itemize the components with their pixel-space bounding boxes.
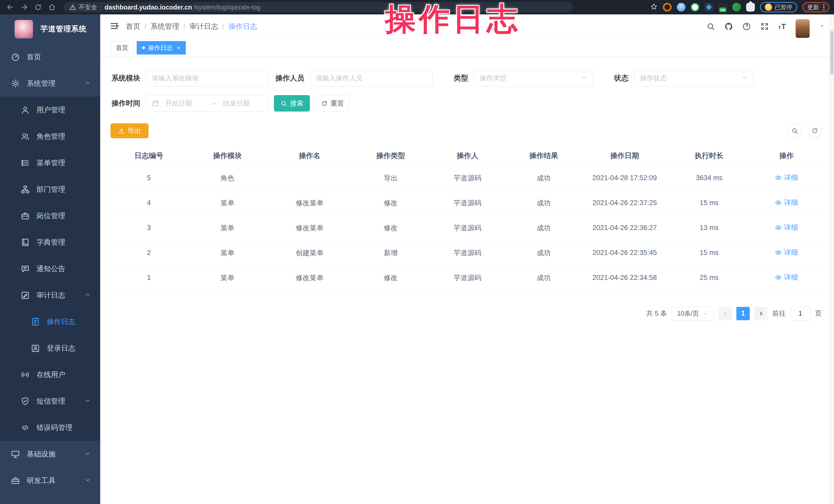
sidebar-item-notice-announcement[interactable]: 通知公告 [0,256,100,282]
breadcrumb-audit-log[interactable]: 审计日志 [190,22,218,31]
tab-operate-log[interactable]: 操作日志 × [137,41,186,54]
browser-home-icon[interactable] [46,2,58,13]
header-actions: тT [706,15,825,38]
type-select[interactable]: 操作类型 [474,70,593,86]
current-page-button[interactable]: 1 [737,307,750,320]
app-logo [15,20,33,39]
dashboard-icon [11,52,20,62]
reset-button[interactable]: 重置 [315,95,349,112]
badge-icon [21,211,30,220]
chevron-down-icon [702,311,708,316]
chevron-up-icon [84,80,91,87]
dark-extension-icon[interactable]: on [718,3,727,12]
orange-ring-extension-icon[interactable] [663,3,672,12]
dictionary-icon [21,238,30,247]
type-label: 类型 [452,73,468,83]
help-icon[interactable] [742,22,751,31]
breadcrumb-system[interactable]: 系统管理 [151,22,179,31]
detail-link[interactable]: 详细 [775,248,798,257]
prev-page-button[interactable] [718,307,732,320]
browser-back-icon[interactable] [5,2,16,13]
caret-down-icon[interactable] [819,23,825,30]
sidebar-item-system-management[interactable]: 系统管理 [0,70,100,96]
collapse-sidebar-icon[interactable] [109,21,119,32]
blue-pin-extension-icon[interactable] [677,3,685,12]
fullscreen-icon[interactable] [760,22,769,31]
tags-view: 首页 操作日志 × [100,39,834,57]
detail-link[interactable]: 详细 [775,273,798,282]
chevron-up-icon [84,291,91,299]
export-button[interactable]: 导出 [110,123,149,138]
date-range-input[interactable]: 开始日期 - 结束日期 [146,95,269,112]
page-header: 首页 / 系统管理 / 审计日志 / 操作日志 [100,15,834,39]
sidebar-item-dev-tools[interactable]: 研发工具 [0,467,100,494]
browser-menu-icon[interactable] [823,4,825,10]
scrollbar-thumb[interactable] [830,31,833,74]
sidebar-item-home[interactable]: 首页 [0,44,100,70]
page-scrollbar[interactable] [829,15,834,504]
sidebar-item-operate-log[interactable]: 操作日志 [0,308,100,335]
puzzle-extensions-icon[interactable] [746,3,755,12]
start-date-placeholder: 开始日期 [165,99,206,108]
sidebar-item-error-code-management[interactable]: 错误码管理 [0,414,100,441]
breadcrumb-home[interactable]: 首页 [126,22,140,31]
search-icon[interactable] [706,22,715,31]
github-icon[interactable] [724,22,733,31]
page-size-value: 10条/页 [677,309,699,318]
sidebar-item-online-users[interactable]: 在线用户 [0,361,100,388]
detail-link[interactable]: 详细 [775,223,798,232]
browser-update-button[interactable]: 更新 [803,2,829,12]
detail-link-label: 详细 [784,223,798,232]
sidebar-item-menu-management[interactable]: 菜单管理 [0,150,100,176]
detail-link[interactable]: 详细 [775,198,798,207]
sidebar-item-dict-management[interactable]: 字典管理 [0,229,100,256]
sidebar-item-audit-log[interactable]: 审计日志 [0,282,100,308]
sidebar-item-label: 部门管理 [37,184,65,194]
site-security[interactable]: 不安全 [69,3,97,11]
table-column-header: 操作结果 [505,146,582,166]
browser-forward-icon[interactable] [19,2,30,13]
active-tab-dot [142,46,145,49]
cell-date: 2021-04-26 22:36:27 [583,215,667,240]
sidebar-item-infrastructure[interactable]: 基础设施 [0,441,100,467]
sidebar-item-role-management[interactable]: 角色管理 [0,123,100,150]
sidebar-item-dept-management[interactable]: 部门管理 [0,176,100,202]
eye-icon [775,174,782,181]
operate-log-page: 系统模块 操作人员 类型 操作类型 状态 操作状态 [100,57,834,504]
font-size-icon[interactable]: тT [778,22,786,31]
sidebar-item-sms-management[interactable]: 短信管理 [0,388,100,414]
toggle-search-icon[interactable] [788,124,802,138]
sidebar-item-label: 研发工具 [27,476,56,485]
browser-toolbar: 不安全 dashboard.yudao.iocoder.cn /system/l… [0,0,834,15]
table-column-header: 操作模块 [187,146,268,166]
module-label: 系统模块 [110,73,140,83]
goto-page-input[interactable] [790,306,810,321]
operator-input[interactable] [310,70,433,86]
close-tab-icon[interactable]: × [177,44,180,51]
sidebar-logo-row[interactable]: 芋道管理系统 [0,15,100,44]
pagination: 共 5 条 10条/页 1 前往 页 [110,306,822,321]
module-input[interactable] [146,70,269,86]
green-extension-icon[interactable] [732,3,741,12]
user-avatar[interactable] [795,19,810,38]
status-select[interactable]: 操作状态 [634,70,753,86]
table-column-header: 操作 [751,146,822,166]
address-bar[interactable]: 不安全 dashboard.yudao.iocoder.cn /system/l… [64,2,572,12]
green-v-extension-icon[interactable] [690,3,699,12]
sidebar-item-login-log[interactable]: 登录日志 [0,335,100,361]
bookmark-star-icon[interactable] [650,3,658,12]
browser-reload-icon[interactable] [32,2,44,13]
refresh-table-icon[interactable] [808,124,822,138]
page-size-select[interactable]: 10条/页 [672,306,714,321]
tab-home[interactable]: 首页 [110,41,134,54]
sidebar-item-label: 登录日志 [47,343,75,353]
paused-extension-pill[interactable]: 已暂停 [760,2,797,12]
cell-module: 菜单 [187,240,268,265]
sidebar-item-post-management[interactable]: 岗位管理 [0,202,100,229]
detail-link[interactable]: 详细 [775,173,798,182]
search-button[interactable]: 搜索 [274,95,310,112]
next-page-button[interactable] [754,307,768,320]
blue-diamond-extension-icon[interactable] [704,3,713,12]
users-icon [21,132,30,141]
sidebar-item-user-management[interactable]: 用户管理 [0,96,100,123]
